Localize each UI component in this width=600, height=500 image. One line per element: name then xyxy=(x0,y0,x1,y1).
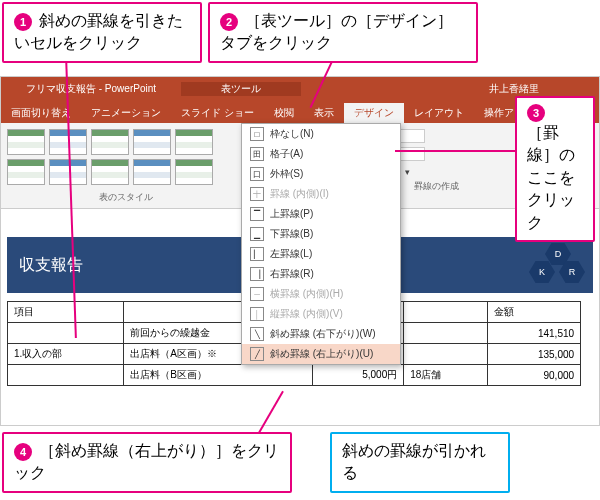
diag-down-icon: ╲ xyxy=(250,327,264,341)
borders-dropdown-menu: □枠なし(N) 田格子(A) 口外枠(S) 十罫線 (内側)(I) ▔上罫線(P… xyxy=(241,123,401,365)
powerpoint-window: フリマ収支報告 - PowerPoint 表ツール 井上香緒里 画面切り替え ア… xyxy=(0,76,600,426)
menu-label: 枠なし(N) xyxy=(270,127,314,141)
menu-inside-h-border[interactable]: ─横罫線 (内側)(H) xyxy=(242,284,400,304)
menu-label: 左罫線(L) xyxy=(270,247,312,261)
table-cell[interactable]: 135,000 xyxy=(487,344,580,365)
table-style-thumb[interactable] xyxy=(133,159,171,185)
callout-badge-1: 1 xyxy=(14,13,32,31)
left-border-icon: ▏ xyxy=(250,247,264,261)
table-cell[interactable]: 141,510 xyxy=(487,323,580,344)
tab-layout[interactable]: レイアウト xyxy=(404,103,474,123)
inside-border-icon: 十 xyxy=(250,187,264,201)
diag-up-icon: ╱ xyxy=(250,347,264,361)
table-style-thumb[interactable] xyxy=(91,129,129,155)
menu-label: 罫線 (内側)(I) xyxy=(270,187,329,201)
callout-text-2: ［表ツール］の［デザイン］タブをクリック xyxy=(220,12,453,51)
table-row: 出店料（B区画） 5,000円 18店舗 90,000 xyxy=(8,365,581,386)
table-cell[interactable]: 1.収入の部 xyxy=(8,344,124,365)
table-style-thumb[interactable] xyxy=(91,159,129,185)
table-cell[interactable]: 5,000円 xyxy=(313,365,404,386)
callout-1: 1 斜めの罫線を引きたいセルをクリック xyxy=(2,2,202,63)
table-style-thumb[interactable] xyxy=(133,129,171,155)
callout-text-4: ［斜め罫線（右上がり）］をクリック xyxy=(14,442,279,481)
right-border-icon: ▕ xyxy=(250,267,264,281)
pointer-line-3 xyxy=(395,150,515,152)
user-name: 井上香緒里 xyxy=(301,82,599,96)
callout-result: 斜めの罫線が引かれる xyxy=(330,432,510,493)
table-cell[interactable]: 90,000 xyxy=(487,365,580,386)
table-styles-gallery: 表のスタイル xyxy=(1,123,251,208)
top-border-icon: ▔ xyxy=(250,207,264,221)
outside-border-icon: 口 xyxy=(250,167,264,181)
menu-label: 格子(A) xyxy=(270,147,303,161)
window-title: フリマ収支報告 - PowerPoint xyxy=(1,82,181,96)
hex-logo: D K R xyxy=(523,243,583,287)
header-cell[interactable]: 項目 xyxy=(8,302,124,323)
ribbon-tabs: 画面切り替え アニメーション スライド ショー 校閲 表示 デザイン レイアウト… xyxy=(1,101,599,123)
menu-diagonal-up[interactable]: ╱斜め罫線 (右上がり)(U) xyxy=(242,344,400,364)
table-cell[interactable] xyxy=(404,323,488,344)
callout-2: 2 ［表ツール］の［デザイン］タブをクリック xyxy=(208,2,478,63)
menu-top-border[interactable]: ▔上罫線(P) xyxy=(242,204,400,224)
bottom-border-icon: ▁ xyxy=(250,227,264,241)
menu-label: 斜め罫線 (右上がり)(U) xyxy=(270,347,373,361)
header-cell[interactable]: 金額 xyxy=(487,302,580,323)
header-cell[interactable] xyxy=(404,302,488,323)
inside-h-icon: ─ xyxy=(250,287,264,301)
table-style-thumb[interactable] xyxy=(7,159,45,185)
table-cell[interactable] xyxy=(8,323,124,344)
table-style-thumb[interactable] xyxy=(7,129,45,155)
menu-no-border[interactable]: □枠なし(N) xyxy=(242,124,400,144)
callout-text-5: 斜めの罫線が引かれる xyxy=(342,442,486,481)
table-style-thumb[interactable] xyxy=(175,129,213,155)
all-borders-icon: 田 xyxy=(250,147,264,161)
menu-label: 外枠(S) xyxy=(270,167,303,181)
menu-inside-v-border[interactable]: │縦罫線 (内側)(V) xyxy=(242,304,400,324)
menu-diagonal-down[interactable]: ╲斜め罫線 (右下がり)(W) xyxy=(242,324,400,344)
menu-label: 下罫線(B) xyxy=(270,227,313,241)
menu-label: 縦罫線 (内側)(V) xyxy=(270,307,343,321)
menu-bottom-border[interactable]: ▁下罫線(B) xyxy=(242,224,400,244)
tab-review[interactable]: 校閲 xyxy=(264,103,304,123)
table-cell[interactable]: 出店料（B区画） xyxy=(124,365,313,386)
callout-text-3: ［罫線］のここをクリック xyxy=(527,124,575,231)
menu-outside-borders[interactable]: 口外枠(S) xyxy=(242,164,400,184)
menu-label: 上罫線(P) xyxy=(270,207,313,221)
menu-label: 横罫線 (内側)(H) xyxy=(270,287,343,301)
callout-badge-2: 2 xyxy=(220,13,238,31)
title-bar: フリマ収支報告 - PowerPoint 表ツール 井上香緒里 xyxy=(1,77,599,101)
callout-badge-4: 4 xyxy=(14,443,32,461)
table-style-thumb[interactable] xyxy=(175,159,213,185)
menu-all-borders[interactable]: 田格子(A) xyxy=(242,144,400,164)
tab-design[interactable]: デザイン xyxy=(344,103,404,123)
menu-inside-borders[interactable]: 十罫線 (内側)(I) xyxy=(242,184,400,204)
callout-4: 4 ［斜め罫線（右上がり）］をクリック xyxy=(2,432,292,493)
menu-right-border[interactable]: ▕右罫線(R) xyxy=(242,264,400,284)
tab-animations[interactable]: アニメーション xyxy=(81,103,171,123)
menu-label: 斜め罫線 (右下がり)(W) xyxy=(270,327,376,341)
callout-text-1: 斜めの罫線を引きたいセルをクリック xyxy=(14,12,183,51)
table-cell[interactable] xyxy=(404,344,488,365)
callout-badge-3: 3 xyxy=(527,104,545,122)
table-styles-label: 表のスタイル xyxy=(7,191,244,204)
menu-left-border[interactable]: ▏左罫線(L) xyxy=(242,244,400,264)
no-border-icon: □ xyxy=(250,127,264,141)
inside-v-icon: │ xyxy=(250,307,264,321)
table-cell[interactable] xyxy=(8,365,124,386)
tab-slideshow[interactable]: スライド ショー xyxy=(171,103,264,123)
menu-label: 右罫線(R) xyxy=(270,267,314,281)
contextual-tool-label: 表ツール xyxy=(181,82,301,96)
table-cell[interactable]: 18店舗 xyxy=(404,365,488,386)
callout-3: 3 ［罫線］のここをクリック xyxy=(515,96,595,242)
